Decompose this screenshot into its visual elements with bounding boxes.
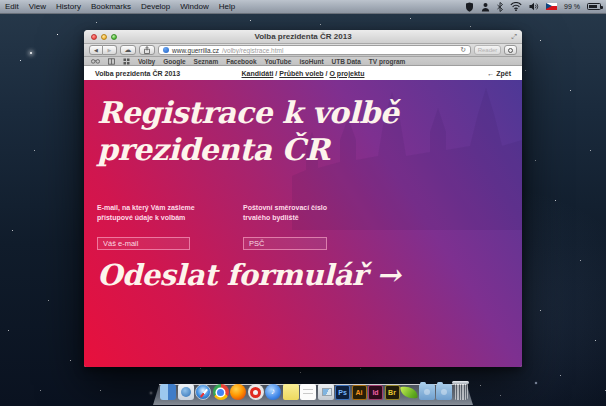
forward-button[interactable]: ▶ xyxy=(103,45,117,55)
fullscreen-icon[interactable]: ⤢ xyxy=(511,33,517,41)
email-column: E-mail, na který Vám zašleme přístupové … xyxy=(97,203,243,250)
dock-icons: ♪ Ps Ai Id Br xyxy=(160,383,468,400)
window-controls xyxy=(91,34,117,40)
volume-icon[interactable] xyxy=(529,2,539,11)
bookmark-seznam[interactable]: Seznam xyxy=(194,58,219,65)
dock-icon-coda-leaf[interactable] xyxy=(400,385,418,400)
wifi-icon[interactable] xyxy=(510,2,522,11)
nav-separator: / xyxy=(275,70,277,77)
reload-icon[interactable]: ↻ xyxy=(460,46,466,54)
site-title: Volba prezidenta ČR 2013 xyxy=(95,70,180,77)
bookmark-facebook[interactable]: Facebook xyxy=(226,58,256,65)
zip-field[interactable] xyxy=(243,237,327,250)
dock-icon-photoshop[interactable]: Ps xyxy=(335,385,350,400)
user-icon[interactable] xyxy=(481,2,490,12)
close-button[interactable] xyxy=(91,34,97,40)
back-button[interactable]: ◀ xyxy=(89,45,103,55)
submit-form-button[interactable]: Odeslat formulář → xyxy=(97,258,400,292)
zip-label: Poštovní směrovací číslo trvalého bydliš… xyxy=(243,203,343,223)
bookmark-youtube[interactable]: YouTube xyxy=(265,58,292,65)
page-heading: Registrace k volbě prezidenta ČR xyxy=(97,94,398,168)
url-path: /volby/registrace.html xyxy=(222,47,457,54)
dock-icon-trash[interactable] xyxy=(454,383,468,400)
battery-percent: 99 % xyxy=(564,3,580,10)
minimize-button[interactable] xyxy=(101,34,107,40)
email-field[interactable] xyxy=(97,237,190,250)
dock-icon-itunes[interactable]: ♪ xyxy=(265,384,281,400)
menu-items: Edit View History Bookmarks Develop Wind… xyxy=(0,0,235,13)
reader-button[interactable]: Reader xyxy=(474,45,501,55)
battery-icon[interactable] xyxy=(587,3,601,10)
email-label: E-mail, na který Vám zašleme přístupové … xyxy=(97,203,205,223)
dock-icon-textedit[interactable] xyxy=(300,384,316,400)
dock-icon-preview[interactable] xyxy=(318,384,334,400)
bookmark-isohunt[interactable]: isoHunt xyxy=(299,58,323,65)
menu-help[interactable]: Help xyxy=(219,0,235,13)
site-nav: Kandidáti / Průběh voleb / O projektu xyxy=(242,70,365,77)
window-title: Volba prezidenta ČR 2013 xyxy=(254,32,351,41)
bookmark-tv-program[interactable]: TV program xyxy=(369,58,405,65)
browser-toolbar: ◀ ▶ ☁ www.guerrilla.cz /volby/registrace… xyxy=(84,44,522,57)
nav-buttons: ◀ ▶ xyxy=(89,45,117,55)
dock-icon-indesign[interactable]: Id xyxy=(368,385,383,400)
menu-window[interactable]: Window xyxy=(180,0,208,13)
menu-bar: Edit View History Bookmarks Develop Wind… xyxy=(0,0,606,14)
dock-icon-opera[interactable] xyxy=(248,384,264,400)
bookmarks-bar: Volby Google Seznam Facebook YouTube iso… xyxy=(84,57,522,66)
nav-link-o-projektu[interactable]: O projektu xyxy=(329,70,364,77)
nav-link-kandidati[interactable]: Kandidáti xyxy=(242,70,274,77)
heading-line-1: Registrace k volbě xyxy=(97,94,398,131)
bookmark-utb-data[interactable]: UTB Data xyxy=(332,58,361,65)
site-header: Volba prezidenta ČR 2013 Kandidáti / Prů… xyxy=(84,66,522,80)
reading-list-icon[interactable] xyxy=(91,58,100,64)
tab-overview-button[interactable] xyxy=(504,45,517,55)
dock-icon-folder-1[interactable] xyxy=(419,384,435,400)
nav-separator: / xyxy=(326,70,328,77)
url-host: www.guerrilla.cz xyxy=(172,47,219,54)
menu-bookmarks[interactable]: Bookmarks xyxy=(91,0,131,13)
czech-flag-icon[interactable] xyxy=(546,3,557,10)
menu-history[interactable]: History xyxy=(56,0,81,13)
share-button[interactable] xyxy=(139,45,155,55)
heading-line-2: prezidenta ČR xyxy=(97,131,398,168)
dock-icon-stickies[interactable] xyxy=(283,384,299,400)
page-body: Registrace k volbě prezidenta ČR E-mail,… xyxy=(84,80,522,367)
dock-icon-firefox[interactable] xyxy=(230,384,246,400)
top-sites-grid-icon[interactable] xyxy=(123,58,130,65)
menu-view[interactable]: View xyxy=(29,0,46,13)
status-icons: 99 % xyxy=(465,2,606,12)
registration-form: E-mail, na který Vám zašleme přístupové … xyxy=(97,203,343,250)
back-link[interactable]: ← Zpět xyxy=(487,70,511,77)
dock: ♪ Ps Ai Id Br xyxy=(153,376,473,406)
dock-icon-chrome[interactable] xyxy=(213,384,229,400)
dock-icon-safari[interactable] xyxy=(195,384,211,400)
dock-icon-finder[interactable] xyxy=(160,384,176,400)
icloud-tabs-button[interactable]: ☁ xyxy=(120,45,136,55)
dock-icon-bridge[interactable]: Br xyxy=(385,385,400,400)
bookmark-google[interactable]: Google xyxy=(163,58,185,65)
safari-window: Volba prezidenta ČR 2013 ⤢ ◀ ▶ ☁ www.gue… xyxy=(84,30,522,367)
bookmarks-book-icon[interactable] xyxy=(108,58,115,65)
nav-link-prubeh-voleb[interactable]: Průběh voleb xyxy=(279,70,323,77)
bookmark-volby[interactable]: Volby xyxy=(138,58,155,65)
circle-icon xyxy=(508,48,513,53)
title-bar[interactable]: Volba prezidenta ČR 2013 ⤢ xyxy=(84,30,522,44)
site-favicon xyxy=(163,47,169,53)
bluetooth-icon[interactable] xyxy=(497,2,503,12)
desktop: Edit View History Bookmarks Develop Wind… xyxy=(0,0,606,406)
dock-icon-illustrator[interactable]: Ai xyxy=(352,385,367,400)
shield-icon[interactable] xyxy=(465,2,474,12)
menu-develop[interactable]: Develop xyxy=(141,0,170,13)
dock-icon-folder-2[interactable] xyxy=(436,384,452,400)
menu-edit[interactable]: Edit xyxy=(5,0,19,13)
address-bar[interactable]: www.guerrilla.cz /volby/registrace.html … xyxy=(158,45,471,55)
zoom-button[interactable] xyxy=(111,34,117,40)
zip-column: Poštovní směrovací číslo trvalého bydliš… xyxy=(243,203,343,250)
dock-icon-mail[interactable] xyxy=(178,384,194,400)
